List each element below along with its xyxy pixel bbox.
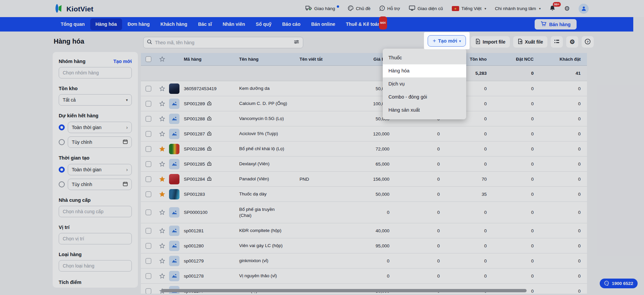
chevron-down-icon: ▾ (459, 39, 461, 43)
plus-icon: + (433, 38, 436, 44)
create-button[interactable]: + Tạo mới ▾ (428, 35, 466, 47)
menu-item-h-ng-h-a[interactable]: Hàng hóa (383, 64, 466, 77)
create-button-spotlight: + Tạo mới ▾ (424, 32, 470, 49)
dim-overlay (0, 0, 644, 295)
create-button-label: Tạo mới (438, 38, 457, 44)
